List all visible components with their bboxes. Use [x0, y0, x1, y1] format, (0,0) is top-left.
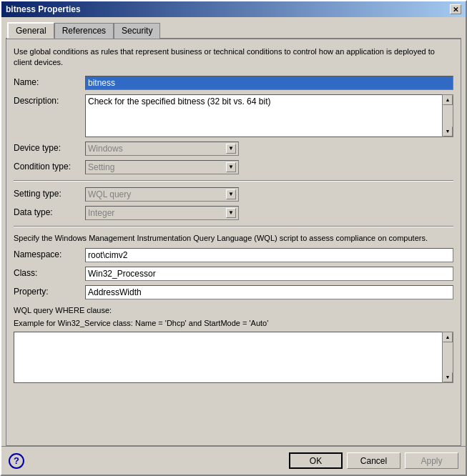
separator-1: [14, 180, 453, 182]
tab-strip: General References Security: [1, 17, 466, 38]
class-label: Class:: [14, 267, 85, 278]
help-button[interactable]: ?: [9, 453, 24, 469]
condition-type-label: Condition type:: [14, 160, 85, 172]
data-type-arrow: ▼: [226, 208, 236, 218]
device-type-label: Device type:: [14, 142, 85, 153]
property-row: Property:: [14, 285, 453, 299]
data-type-dropdown[interactable]: Integer ▼: [85, 206, 239, 220]
device-type-value: Windows: [88, 144, 123, 154]
device-type-arrow: ▼: [226, 144, 236, 154]
where-scrollbar: ▲ ▼: [442, 332, 453, 383]
description-row: Description: ▲ ▼: [14, 94, 453, 137]
where-clause-textarea[interactable]: [14, 332, 442, 383]
namespace-label: Namespace:: [14, 248, 85, 259]
content-area: Use global conditions as rules that repr…: [6, 38, 461, 446]
cancel-button[interactable]: Cancel: [347, 452, 400, 469]
class-row: Class:: [14, 267, 453, 281]
setting-type-value: WQL query: [88, 189, 131, 199]
scrollbar-down-arrow[interactable]: ▼: [443, 127, 453, 137]
namespace-field-wrap: [85, 248, 453, 262]
property-label: Property:: [14, 285, 85, 297]
setting-type-row: Setting type: WQL query ▼: [14, 187, 453, 202]
separator-2: [14, 226, 453, 227]
apply-button[interactable]: Apply: [405, 452, 458, 469]
device-type-dropdown[interactable]: Windows ▼: [85, 142, 239, 156]
tab-references[interactable]: References: [54, 23, 114, 39]
condition-type-arrow: ▼: [226, 162, 236, 172]
wql-info: Specify the Windows Management Instrumen…: [14, 233, 453, 244]
name-field-wrap: [85, 76, 453, 90]
description-scrollbar: ▲ ▼: [442, 94, 453, 137]
close-button[interactable]: ✕: [450, 4, 461, 14]
properties-window: bitness Properties ✕ General References …: [0, 0, 467, 476]
button-group: OK Cancel Apply: [289, 452, 458, 469]
condition-type-row: Condition type: Setting ▼: [14, 160, 453, 174]
condition-type-value: Setting: [88, 162, 114, 172]
condition-type-dropdown[interactable]: Setting ▼: [85, 160, 239, 174]
name-label: Name:: [14, 76, 85, 87]
name-row: Name:: [14, 76, 453, 90]
class-input[interactable]: [85, 267, 453, 281]
scrollbar-up-arrow[interactable]: ▲: [443, 95, 453, 105]
where-clause-container: ▲ ▼: [14, 332, 453, 383]
intro-description: Use global conditions as rules that repr…: [14, 46, 453, 69]
property-input[interactable]: [85, 285, 453, 299]
setting-type-dropdown[interactable]: WQL query ▼: [85, 187, 239, 202]
bottom-area: ? OK Cancel Apply: [1, 446, 466, 475]
name-input[interactable]: [85, 76, 453, 90]
description-label: Description:: [14, 94, 85, 106]
device-type-row: Device type: Windows ▼: [14, 142, 453, 156]
window-title: bitness Properties: [6, 4, 81, 14]
data-type-value: Integer: [88, 208, 114, 218]
namespace-row: Namespace:: [14, 248, 453, 262]
data-type-label: Data type:: [14, 206, 85, 217]
class-field-wrap: [85, 267, 453, 281]
setting-type-label: Setting type:: [14, 187, 85, 199]
setting-type-arrow: ▼: [226, 189, 236, 199]
namespace-input[interactable]: [85, 248, 453, 262]
data-type-row: Data type: Integer ▼: [14, 206, 453, 220]
description-textarea[interactable]: [85, 94, 442, 137]
description-field-wrap: ▲ ▼: [85, 94, 453, 137]
tab-security[interactable]: Security: [114, 23, 160, 39]
title-bar: bitness Properties ✕: [1, 1, 466, 17]
property-field-wrap: [85, 285, 453, 299]
where-scrollbar-down[interactable]: ▼: [443, 372, 453, 382]
ok-button[interactable]: OK: [289, 452, 343, 469]
tab-general[interactable]: General: [7, 22, 54, 39]
where-scrollbar-up[interactable]: ▲: [443, 332, 453, 342]
where-example: Example for Win32_Service class: Name = …: [14, 318, 453, 329]
where-clause-label: WQL query WHERE clause:: [14, 305, 453, 316]
